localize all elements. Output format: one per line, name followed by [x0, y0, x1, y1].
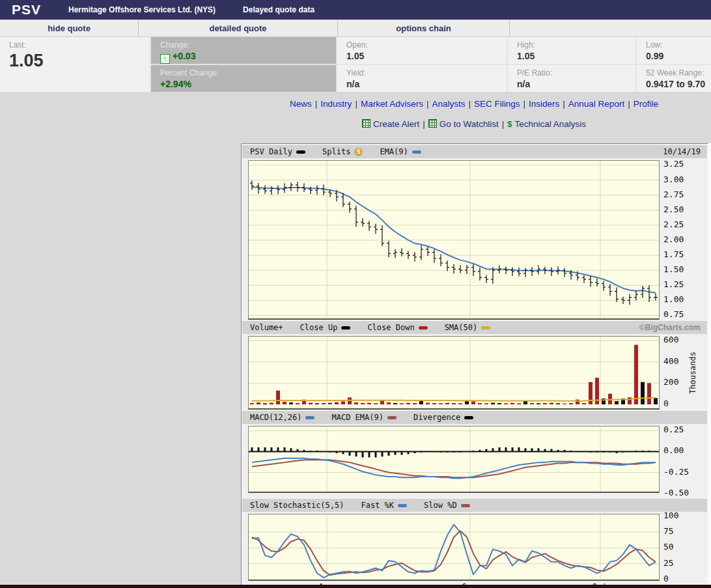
axis-tick-label: 2.25: [663, 220, 703, 229]
action-separator: |: [502, 119, 505, 129]
yield-label: Yield:: [346, 68, 507, 77]
nav-link-industry[interactable]: Industry: [320, 99, 352, 109]
axis-tick-label: 75: [663, 527, 703, 536]
tab-detailed-quote[interactable]: detailed quote: [139, 20, 338, 36]
yield-value: n/a: [346, 79, 507, 89]
copyright: ©BigCharts.com: [639, 323, 701, 332]
legend-swatch: [412, 150, 421, 154]
axis-tick-label: 1.25: [663, 280, 703, 289]
low-value: 0.99: [646, 51, 711, 61]
pe-ratio-value: n/a: [517, 79, 635, 89]
bigcharts-chart: PSV DailySplitsSEMA(9) 10/14/19 Volume+C…: [241, 143, 708, 588]
open-label: Open:: [346, 40, 507, 49]
legend-swatch: [398, 504, 407, 507]
legend-item: Fast %K: [361, 501, 408, 510]
low-cell: Low: 0.99: [637, 37, 711, 64]
open-value: 1.05: [346, 51, 507, 61]
axis-tick-label: 200: [663, 378, 703, 387]
change-label: Change:: [160, 40, 336, 49]
action-link-create-alert[interactable]: Create Alert: [373, 119, 419, 129]
open-cell: Open: 1.05: [337, 37, 507, 64]
percent-change-label: Percent Change:: [160, 68, 336, 77]
legend-swatch: [464, 416, 473, 419]
nav-link-sec-filings[interactable]: SEC Filings: [474, 99, 520, 109]
nav-separator: |: [355, 99, 357, 109]
high-cell: High: 1.05: [508, 37, 635, 64]
tab-hide-quote[interactable]: hide quote: [0, 20, 139, 36]
nav-separator: |: [523, 99, 526, 109]
dollar-icon: $: [507, 119, 512, 129]
legend-item: MACD(12,26): [250, 413, 314, 422]
axis-tick-label: 1.75: [663, 250, 703, 259]
right-edge-strip: [708, 143, 711, 585]
nav-separator: |: [468, 99, 471, 109]
axis-tick-label: 25: [663, 559, 703, 568]
legend-item: PSV Daily: [250, 147, 305, 156]
nav-link-market-advisers[interactable]: Market Advisers: [361, 99, 423, 109]
price-panel-legend: PSV DailySplitsSEMA(9) 10/14/19: [242, 145, 707, 158]
percent-change-value: +2.94%: [160, 79, 336, 89]
axis-tick-label: 0.00: [663, 446, 703, 455]
axis-tick-label: 2.00: [663, 235, 703, 244]
stochastic-plot: [248, 514, 660, 581]
nav-link-analysts[interactable]: Analysts: [432, 99, 465, 109]
yield-cell: Yield: n/a: [337, 65, 507, 92]
axis-tick-label: 400: [663, 357, 703, 366]
axis-tick-label: 0.25: [663, 425, 703, 434]
legend-item: Close Up: [300, 323, 351, 332]
legend-item: Close Down: [367, 323, 427, 332]
watchlist-grid-icon: [362, 119, 370, 128]
action-link-go-to-watchlist[interactable]: Go to Watchlist: [439, 119, 499, 129]
last-label: Last:: [9, 40, 150, 49]
quote-tabs: hide quote detailed quote options chain: [0, 20, 711, 37]
quote-summary: Last: 1.05 Change: ↑+0.03 Percent Change…: [0, 37, 711, 92]
week-range-value: 0.9417 to 9.70: [646, 79, 711, 89]
tab-options-chain[interactable]: options chain: [338, 20, 510, 36]
macd-plot: [248, 426, 660, 493]
week-range-cell: 52 Week Range: 0.9417 to 9.70: [637, 65, 711, 92]
high-label: High:: [517, 40, 635, 49]
volume-panel-legend: Volume+Close UpClose DownSMA(50) ©BigCha…: [242, 321, 707, 334]
stochastic-panel-legend: Slow Stochastic(5,5)Fast %KSlow %D: [242, 499, 707, 512]
nav-separator: |: [426, 99, 429, 109]
nav-link-annual-report[interactable]: Annual Report: [568, 99, 624, 109]
pe-ratio-cell: P/E Ratio: n/a: [508, 65, 635, 92]
up-arrow-icon: ↑: [160, 54, 170, 64]
nav-link-news[interactable]: News: [290, 99, 312, 109]
macd-panel-legend: MACD(12,26)MACD EMA(9)Divergence: [242, 411, 707, 424]
legend-swatch: [419, 326, 428, 329]
legend-item: Slow Stochastic(5,5): [250, 501, 344, 510]
axis-tick-label: -0.50: [663, 488, 703, 497]
change-value: +0.03: [173, 51, 195, 61]
legend-swatch: [305, 416, 314, 419]
nav-separator: |: [628, 99, 630, 109]
chart-date: 10/14/19: [663, 147, 701, 156]
legend-swatch: [341, 326, 350, 329]
nav-link-insiders[interactable]: Insiders: [529, 99, 559, 109]
legend-swatch: [461, 504, 470, 507]
axis-tick-label: 3.25: [663, 160, 703, 169]
action-links: Create Alert|Go to Watchlist|$Technical …: [241, 119, 707, 129]
quote-delay-note: Delayed quote data: [243, 5, 314, 14]
legend-item: MACD EMA(9): [331, 413, 396, 422]
axis-tick-label: 2.50: [663, 205, 703, 214]
week-range-label: 52 Week Range:: [646, 68, 711, 77]
legend-swatch: [296, 150, 305, 154]
splits-badge-icon: S: [354, 148, 363, 156]
axis-tick-label: -0.25: [663, 468, 703, 477]
last-cell: Last: 1.05: [0, 37, 150, 92]
nav-separator: |: [315, 99, 318, 109]
axis-tick-label: 3.00: [663, 175, 703, 184]
axis-tick-label: 0.75: [663, 310, 703, 319]
volume-plot: [248, 336, 660, 410]
nav-link-profile[interactable]: Profile: [634, 99, 658, 109]
axis-tick-label: 1.50: [663, 265, 703, 274]
action-separator: |: [423, 119, 425, 129]
percent-change-cell: Percent Change: +2.94%: [151, 65, 336, 92]
axis-tick-label: 50: [663, 542, 703, 552]
action-link-technical-analysis[interactable]: Technical Analysis: [515, 119, 587, 129]
bottom-bar: [0, 585, 711, 588]
last-value: 1.05: [9, 51, 150, 71]
axis-tick-label: 600: [663, 335, 703, 344]
high-value: 1.05: [517, 51, 635, 61]
